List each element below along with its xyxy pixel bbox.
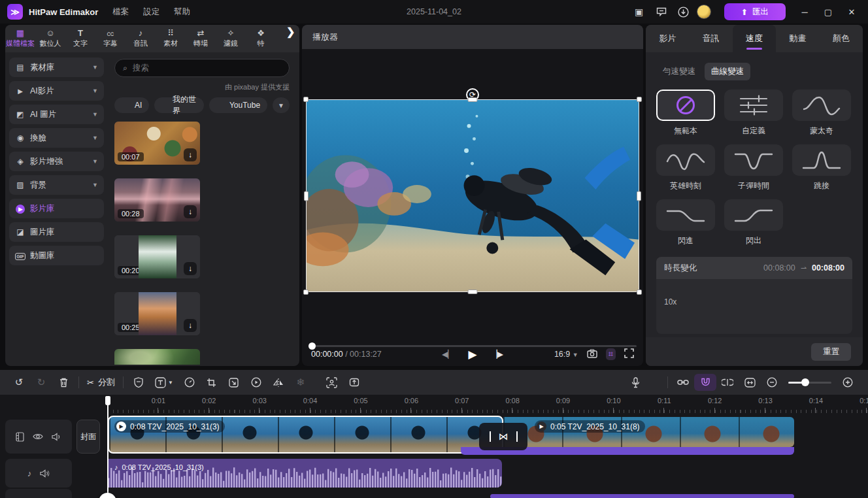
play-button[interactable]: ▶ — [468, 348, 476, 361]
add-to-timeline-icon[interactable] — [343, 374, 365, 391]
sidebar-item[interactable]: 影片庫 — [9, 199, 104, 218]
delete-icon[interactable] — [52, 374, 75, 391]
video-thumbnail[interactable]: 00:28 ↓ — [114, 178, 200, 222]
menu-item[interactable]: 幫助 — [174, 7, 190, 18]
timeline-ruler[interactable]: 0:010:020:030:040:050:060:070:080:090:10… — [108, 396, 868, 413]
video-thumbnail[interactable]: 00:07 ↓ — [114, 122, 200, 165]
mask-icon[interactable] — [127, 374, 150, 391]
resize-handle-bottom[interactable] — [468, 290, 478, 294]
maximize-button[interactable]: ▢ — [818, 3, 838, 20]
sidebar-item[interactable]: 素材庫 ▼ — [9, 58, 104, 77]
freeze-frame-icon[interactable]: ❄ — [290, 374, 312, 391]
video-thumbnail[interactable]: 00:16 ↓ — [114, 349, 200, 365]
text-tool-icon[interactable]: ▼ — [150, 374, 178, 391]
resize-handle-top-right[interactable] — [637, 97, 642, 102]
face-track-icon[interactable] — [321, 374, 343, 391]
resize-handle-bottom-left[interactable] — [303, 290, 309, 295]
resize-handle-right[interactable] — [637, 191, 641, 201]
next-frame-button[interactable]: ▕▶ — [492, 350, 503, 359]
feedback-icon[interactable] — [652, 4, 671, 20]
sidebar-item[interactable]: AI 圖片 ▼ — [9, 105, 104, 124]
download-icon[interactable]: ↓ — [184, 262, 197, 275]
video-clip-selected[interactable]: ▶ 0:08 T2V_2025_10_31(3) — [108, 416, 503, 454]
split-button[interactable]: ✂ 分割 — [83, 376, 119, 388]
resize-handle-left[interactable] — [304, 191, 309, 201]
menu-item[interactable]: 設定 — [143, 7, 159, 18]
redo-icon[interactable]: ↻ — [30, 374, 52, 391]
download-icon[interactable]: ↓ — [184, 205, 197, 218]
menu-item[interactable]: 檔案 — [112, 7, 129, 18]
zoom-in-icon[interactable] — [837, 374, 859, 391]
close-button[interactable]: ✕ — [842, 3, 861, 20]
speed-preset[interactable]: 無範本 — [656, 90, 715, 137]
flip-icon[interactable] — [267, 374, 290, 391]
speed-preset[interactable]: 閃進 — [656, 199, 715, 246]
export-button[interactable]: ⬆ 匯出 — [724, 3, 786, 20]
sidebar-item[interactable]: 動圖庫 — [9, 246, 104, 265]
video-thumbnail[interactable]: 00:25 ↓ — [114, 292, 200, 335]
ribbon-tab[interactable]: 字幕 — [95, 25, 125, 52]
speed-mode-option[interactable]: 曲線變速 — [705, 63, 750, 80]
previous-frame-button[interactable]: ◀▏ — [442, 350, 454, 359]
zoom-slider-knob[interactable] — [801, 378, 809, 386]
video-preview[interactable] — [306, 99, 639, 292]
sidebar-item[interactable]: AI影片 ▼ — [9, 81, 104, 101]
user-avatar[interactable] — [697, 5, 711, 19]
audio-clip[interactable]: ♪ 0:08 T2V_2025_10_31(3) — [108, 459, 502, 488]
timeline-scrollbar-horizontal[interactable] — [490, 494, 794, 498]
ribbon-tab[interactable]: 特 — [246, 25, 276, 52]
speed-preset[interactable]: 子彈時間 — [724, 144, 783, 191]
audio-volume-icon[interactable] — [40, 469, 50, 478]
replay-icon[interactable] — [245, 374, 267, 391]
unlink-split-icon[interactable] — [716, 374, 739, 391]
mute-track-icon[interactable] — [52, 433, 61, 441]
video-thumbnail[interactable]: 00:20 ↓ — [114, 235, 200, 278]
ribbon-more-chevron-icon[interactable]: ❯ — [286, 25, 867, 38]
zoom-out-icon[interactable] — [761, 374, 783, 391]
playhead[interactable] — [107, 396, 108, 498]
crop-icon[interactable] — [201, 374, 223, 391]
search-input[interactable]: ⌕ 搜索 — [114, 59, 290, 77]
fit-timeline-icon[interactable] — [739, 374, 761, 391]
sidebar-item[interactable]: 圖片庫 — [9, 222, 104, 242]
resize-handle-bottom-right[interactable] — [637, 290, 642, 295]
speed-mode-option[interactable]: 勻速變速 — [656, 63, 702, 80]
download-icon[interactable] — [675, 4, 693, 20]
cover-button[interactable]: 封面 — [76, 420, 100, 454]
ribbon-tab[interactable]: 轉場 — [186, 25, 216, 52]
sidebar-item[interactable]: 換臉 ▼ — [9, 128, 104, 148]
ribbon-tab[interactable]: 文字 — [65, 25, 95, 52]
microphone-icon[interactable] — [624, 374, 646, 391]
link-icon[interactable] — [672, 374, 694, 391]
minimize-button[interactable]: ─ — [795, 3, 814, 20]
visibility-icon[interactable] — [33, 433, 43, 440]
resize-handle-top[interactable] — [468, 97, 478, 102]
transition-badge[interactable]: ⋈ — [479, 423, 527, 450]
magnet-snap-icon[interactable] — [694, 374, 716, 391]
chips-expand-chevron[interactable]: ▼ — [273, 97, 290, 113]
speed-preset[interactable]: 跳接 — [792, 144, 851, 191]
download-icon[interactable]: ↓ — [184, 319, 197, 332]
filter-chip[interactable]: AI — [114, 97, 149, 113]
speed-preset[interactable]: 自定義 — [724, 90, 783, 137]
snapshot-icon[interactable] — [587, 349, 597, 360]
speed-preset[interactable]: 蒙太奇 — [792, 90, 851, 137]
video-clip[interactable]: ▶ 0:05 T2V_2025_10_31(8) — [503, 417, 794, 447]
sidebar-item[interactable]: 背景 ▼ — [9, 175, 104, 195]
ribbon-tab[interactable]: 素材 — [156, 25, 186, 52]
sidebar-item[interactable]: 影片增強 ▼ — [9, 152, 104, 171]
reset-button[interactable]: 重置 — [811, 343, 851, 361]
fit-frame-icon[interactable] — [223, 374, 245, 391]
speed-icon[interactable] — [178, 374, 201, 391]
aspect-ratio-button[interactable]: 16:9 ▼ — [554, 350, 578, 359]
resize-handle-top-left[interactable] — [303, 97, 309, 102]
ribbon-tab[interactable]: 媒體檔案 — [5, 25, 35, 52]
undo-icon[interactable]: ↺ — [8, 374, 30, 391]
timeline-zoom-slider[interactable] — [788, 382, 831, 384]
filter-chip[interactable]: 我的世界 — [154, 97, 204, 113]
ribbon-tab[interactable]: 濾鏡 — [216, 25, 246, 52]
layout-icon[interactable]: ▣ — [630, 4, 648, 20]
ribbon-tab[interactable]: 音訊 — [125, 25, 156, 52]
ribbon-tab[interactable]: 數位人 — [35, 25, 65, 52]
speed-preset[interactable]: 英雄時刻 — [656, 144, 715, 191]
